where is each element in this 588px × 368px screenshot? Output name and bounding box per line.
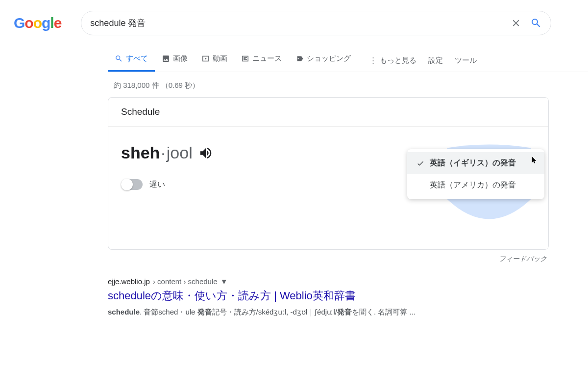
tab-all-label: すべて <box>126 54 148 63</box>
result-snippet: schedule. 音節sched・ule 発音記号・読み方/skédʒuːl,… <box>108 303 549 317</box>
syllable-2: jool <box>167 143 193 162</box>
accent-dropdown: 英語（イギリス）の発音 英語（アメリカ）の発音 <box>407 149 544 199</box>
result-stats: 約 318,000 件 （0.69 秒） <box>108 72 588 97</box>
tab-images-label: 画像 <box>173 54 188 63</box>
search-input[interactable] <box>90 18 511 28</box>
tab-all[interactable]: すべて <box>108 49 155 72</box>
search-tabs: すべて 画像 動画 ニュース ショッピング ⋮ もっと見る 設定 ツール <box>108 49 588 72</box>
tab-shopping[interactable]: ショッピング <box>289 49 358 72</box>
search-icon[interactable] <box>530 17 542 29</box>
slow-toggle-label: 遅い <box>149 180 165 190</box>
syllable-1: sheh <box>121 143 160 162</box>
tab-videos[interactable]: 動画 <box>195 49 234 72</box>
tools-button[interactable]: ツール <box>455 56 477 65</box>
dropdown-item-uk-label: 英語（イギリス）の発音 <box>430 158 516 168</box>
tab-images[interactable]: 画像 <box>155 49 195 72</box>
speaker-icon[interactable] <box>198 146 213 160</box>
result-domain: ejje.weblio.jp <box>108 277 150 286</box>
feedback-link[interactable]: フィードバック <box>108 250 549 263</box>
pronunciation-text: sheh·jool <box>121 143 213 162</box>
tab-shopping-label: ショッピング <box>307 54 351 63</box>
caret-down-icon[interactable]: ▼ <box>220 277 228 286</box>
clear-icon[interactable] <box>511 18 521 28</box>
pronunciation-card: Schedule sheh·jool 遅い <box>108 97 549 250</box>
dropdown-item-us[interactable]: 英語（アメリカ）の発音 <box>407 174 544 196</box>
check-icon <box>416 159 425 167</box>
search-result-1: ejje.weblio.jp › content › schedule ▼ sc… <box>108 263 549 317</box>
slow-toggle[interactable] <box>121 179 143 190</box>
tab-news[interactable]: ニュース <box>234 49 289 72</box>
result-url[interactable]: ejje.weblio.jp › content › schedule ▼ <box>108 277 549 286</box>
more-label: もっと見る <box>380 56 416 64</box>
more-button[interactable]: ⋮ もっと見る <box>369 56 416 65</box>
result-title[interactable]: scheduleの意味・使い方・読み方 | Weblio英和辞書 <box>108 286 549 303</box>
search-bar[interactable] <box>81 11 551 35</box>
tab-videos-label: 動画 <box>213 54 227 63</box>
settings-button[interactable]: 設定 <box>428 56 443 65</box>
dropdown-item-uk[interactable]: 英語（イギリス）の発音 <box>407 152 544 174</box>
google-logo[interactable]: Google <box>14 15 61 31</box>
result-path: › content › schedule <box>153 277 218 286</box>
card-title: Schedule <box>108 98 548 126</box>
tab-news-label: ニュース <box>252 54 282 63</box>
dropdown-item-us-label: 英語（アメリカ）の発音 <box>430 180 516 190</box>
